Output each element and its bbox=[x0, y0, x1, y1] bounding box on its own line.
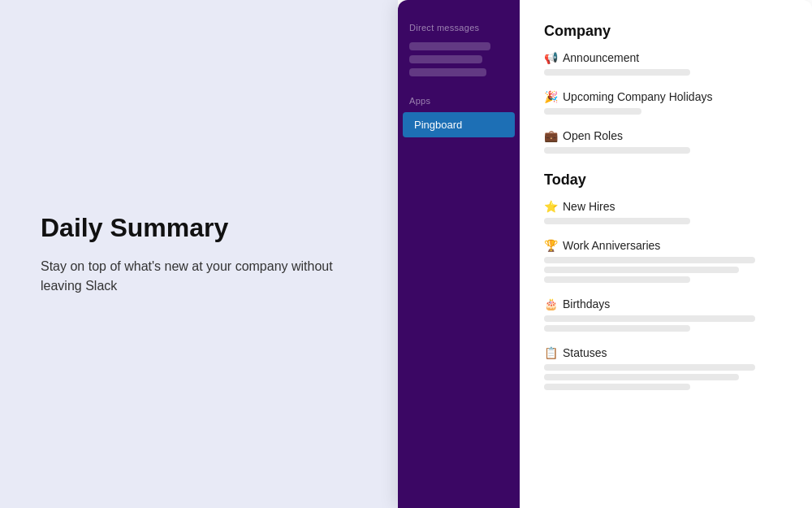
announcement-label: 📢 Announcement bbox=[544, 51, 788, 64]
announcement-item: 📢 Announcement bbox=[544, 51, 788, 76]
direct-messages-label: Direct messages bbox=[398, 16, 520, 37]
birthdays-placeholder-2 bbox=[544, 325, 690, 332]
holidays-icon: 🎉 bbox=[544, 90, 558, 103]
right-section: Direct messages Apps Pingboard Company 📢… bbox=[398, 0, 812, 508]
sidebar-item-pingboard[interactable]: Pingboard bbox=[403, 112, 515, 137]
left-content: Daily Summary Stay on top of what's new … bbox=[41, 212, 333, 295]
new-hires-placeholder bbox=[544, 218, 690, 224]
apps-section: Apps Pingboard bbox=[398, 89, 520, 137]
statuses-placeholder-1 bbox=[544, 364, 755, 371]
birthdays-item: 🎂 Birthdays bbox=[544, 297, 788, 332]
birthdays-placeholder-1 bbox=[544, 315, 755, 322]
company-heading: Company bbox=[544, 23, 788, 40]
today-heading: Today bbox=[544, 172, 788, 189]
statuses-label: 📋 Statuses bbox=[544, 346, 788, 359]
birthdays-label: 🎂 Birthdays bbox=[544, 297, 788, 310]
subtitle: Stay on top of what's new at your compan… bbox=[41, 257, 333, 296]
anniversaries-placeholder-1 bbox=[544, 257, 755, 263]
apps-label: Apps bbox=[398, 89, 520, 111]
new-hires-icon: ⭐ bbox=[544, 200, 558, 213]
statuses-placeholder-3 bbox=[544, 384, 690, 390]
announcement-placeholder bbox=[544, 69, 690, 76]
sidebar: Direct messages Apps Pingboard bbox=[398, 0, 520, 508]
statuses-item: 📋 Statuses bbox=[544, 346, 788, 390]
dm-placeholder-3 bbox=[409, 68, 486, 76]
open-roles-label: 💼 Open Roles bbox=[544, 129, 788, 142]
left-panel: Daily Summary Stay on top of what's new … bbox=[0, 0, 398, 508]
new-hires-label: ⭐ New Hires bbox=[544, 200, 788, 213]
anniversaries-icon: 🏆 bbox=[544, 239, 558, 252]
open-roles-placeholder bbox=[544, 147, 690, 154]
holidays-item: 🎉 Upcoming Company Holidays bbox=[544, 90, 788, 115]
anniversaries-placeholder-2 bbox=[544, 267, 739, 273]
holidays-label: 🎉 Upcoming Company Holidays bbox=[544, 90, 788, 103]
open-roles-item: 💼 Open Roles bbox=[544, 129, 788, 154]
dm-placeholder-2 bbox=[409, 55, 482, 63]
dm-placeholder-1 bbox=[409, 42, 490, 50]
anniversaries-item: 🏆 Work Anniversaries bbox=[544, 239, 788, 283]
announcement-icon: 📢 bbox=[544, 51, 558, 64]
statuses-icon: 📋 bbox=[544, 346, 558, 359]
anniversaries-label: 🏆 Work Anniversaries bbox=[544, 239, 788, 252]
open-roles-icon: 💼 bbox=[544, 129, 558, 142]
main-content: Company 📢 Announcement 🎉 Upcoming Compan… bbox=[520, 0, 812, 508]
anniversaries-placeholder-3 bbox=[544, 276, 690, 283]
new-hires-item: ⭐ New Hires bbox=[544, 200, 788, 224]
main-title: Daily Summary bbox=[41, 212, 333, 243]
statuses-placeholder-2 bbox=[544, 374, 739, 380]
holidays-placeholder bbox=[544, 108, 641, 115]
birthdays-icon: 🎂 bbox=[544, 297, 558, 310]
